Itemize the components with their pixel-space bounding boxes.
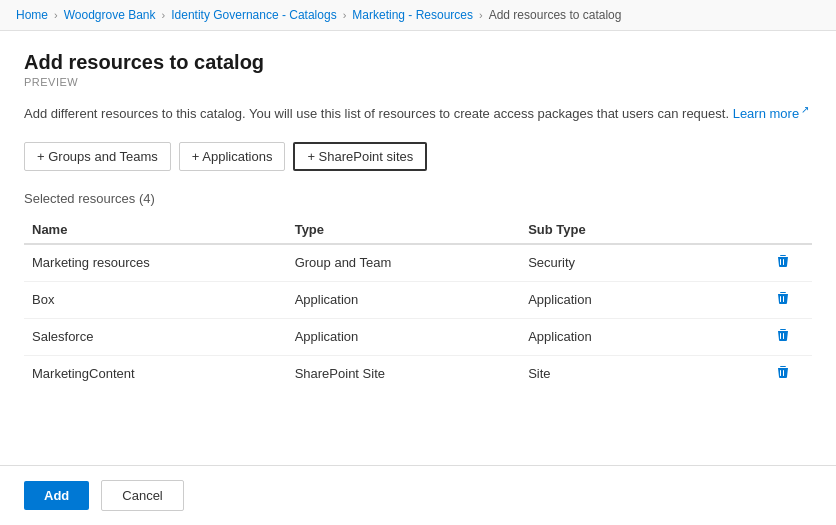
external-link-icon: ↗ — [801, 104, 809, 115]
sharepoint-sites-button[interactable]: + SharePoint sites — [293, 142, 427, 171]
row-type-1: Application — [287, 281, 520, 318]
breadcrumb-sep-2: › — [162, 9, 166, 21]
table-row: Salesforce Application Application — [24, 318, 812, 355]
table-row: MarketingContent SharePoint Site Site — [24, 355, 812, 392]
col-header-type: Type — [287, 216, 520, 244]
description-text: Add different resources to this catalog.… — [24, 102, 812, 124]
delete-row-2-button[interactable] — [775, 327, 791, 347]
breadcrumb-sep-4: › — [479, 9, 483, 21]
preview-label: PREVIEW — [24, 76, 812, 88]
row-name-1: Box — [24, 281, 287, 318]
row-subtype-2: Application — [520, 318, 753, 355]
table-row: Marketing resources Group and Team Secur… — [24, 244, 812, 282]
footer: Add Cancel — [0, 465, 836, 525]
row-name-3: MarketingContent — [24, 355, 287, 392]
row-type-3: SharePoint Site — [287, 355, 520, 392]
learn-more-link[interactable]: Learn more↗ — [733, 106, 809, 121]
breadcrumb-current: Add resources to catalog — [489, 8, 622, 22]
row-subtype-0: Security — [520, 244, 753, 282]
selected-resources-label: Selected resources (4) — [24, 191, 812, 206]
breadcrumb-sep-3: › — [343, 9, 347, 21]
cancel-button[interactable]: Cancel — [101, 480, 183, 511]
col-header-name: Name — [24, 216, 287, 244]
row-action-3[interactable] — [754, 355, 812, 392]
delete-row-1-button[interactable] — [775, 290, 791, 310]
resource-type-buttons: + Groups and Teams + Applications + Shar… — [24, 142, 812, 171]
breadcrumb: Home › Woodgrove Bank › Identity Governa… — [0, 0, 836, 31]
breadcrumb-sep-1: › — [54, 9, 58, 21]
add-button[interactable]: Add — [24, 481, 89, 510]
breadcrumb-woodgrove[interactable]: Woodgrove Bank — [64, 8, 156, 22]
row-action-2[interactable] — [754, 318, 812, 355]
delete-row-0-button[interactable] — [775, 253, 791, 273]
page-title: Add resources to catalog — [24, 51, 812, 74]
row-name-0: Marketing resources — [24, 244, 287, 282]
row-action-0[interactable] — [754, 244, 812, 282]
table-row: Box Application Application — [24, 281, 812, 318]
table-header-row: Name Type Sub Type — [24, 216, 812, 244]
breadcrumb-marketing-resources[interactable]: Marketing - Resources — [352, 8, 473, 22]
applications-button[interactable]: + Applications — [179, 142, 286, 171]
row-type-2: Application — [287, 318, 520, 355]
row-action-1[interactable] — [754, 281, 812, 318]
row-subtype-1: Application — [520, 281, 753, 318]
col-header-action — [754, 216, 812, 244]
breadcrumb-catalogs[interactable]: Identity Governance - Catalogs — [171, 8, 336, 22]
breadcrumb-home[interactable]: Home — [16, 8, 48, 22]
resources-table: Name Type Sub Type Marketing resources G… — [24, 216, 812, 392]
row-name-2: Salesforce — [24, 318, 287, 355]
groups-and-teams-button[interactable]: + Groups and Teams — [24, 142, 171, 171]
main-content: Add resources to catalog PREVIEW Add dif… — [0, 31, 836, 465]
col-header-subtype: Sub Type — [520, 216, 753, 244]
delete-row-3-button[interactable] — [775, 364, 791, 384]
row-subtype-3: Site — [520, 355, 753, 392]
row-type-0: Group and Team — [287, 244, 520, 282]
